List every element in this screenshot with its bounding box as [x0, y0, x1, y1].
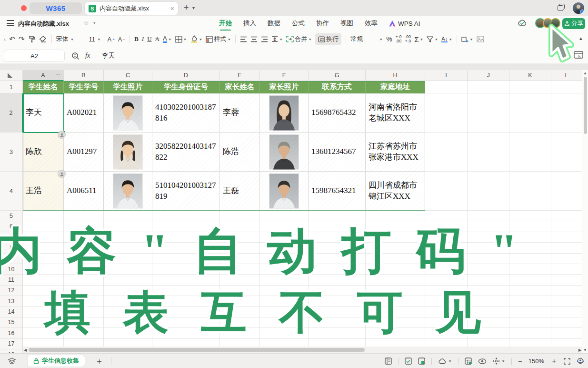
id-number-cell[interactable]: 410302201003187816 — [152, 93, 220, 133]
student-name-cell[interactable]: 陈欣 — [23, 133, 64, 172]
menu-item[interactable]: 插入 — [243, 17, 256, 30]
cloud-sync-button[interactable]: ▼ — [438, 358, 452, 365]
table-header-cell[interactable]: 家长照片 — [260, 81, 309, 93]
parent-name-cell[interactable]: 陈浩 — [220, 133, 260, 172]
parent-name-cell[interactable]: 李蓉 — [220, 93, 260, 133]
cell-styles-button[interactable]: 样式▼ — [206, 35, 231, 43]
close-window-button[interactable] — [21, 5, 27, 11]
horizontal-scroll-thumb[interactable] — [29, 348, 365, 352]
column-header-K[interactable]: K — [509, 70, 551, 81]
reading-view-icon[interactable] — [478, 358, 487, 364]
student-name-cell[interactable]: 王浩 — [23, 172, 64, 211]
table-header-cell[interactable]: 学生身份证号 — [152, 81, 220, 93]
zoom-in-button[interactable]: ＋ — [550, 357, 558, 366]
align-right-icon[interactable] — [261, 36, 268, 42]
address-cell[interactable]: 四川省成都市锦江区XXX — [366, 172, 425, 211]
increase-decimal-icon[interactable]: +.0.00 — [396, 35, 402, 43]
assistant-icon[interactable] — [577, 358, 584, 365]
menu-item[interactable]: 开始 — [219, 17, 232, 30]
row-header-12[interactable]: 12 — [0, 286, 23, 296]
phone-cell[interactable]: 15987654321 — [309, 172, 366, 211]
row-header-4[interactable]: 4 — [0, 172, 23, 211]
document-tab[interactable]: S 内容自动隐藏.xlsx × — [85, 2, 178, 15]
close-tab-icon[interactable]: × — [170, 5, 174, 12]
column-header-D[interactable]: D — [152, 70, 220, 81]
column-header-F[interactable]: F — [260, 70, 309, 81]
horizontal-scrollbar[interactable]: ◀ ▶ — [23, 347, 582, 353]
search-in-formula-icon[interactable] — [71, 52, 80, 60]
merge-cells-button[interactable]: 合并▼ — [286, 35, 312, 43]
column-header-E[interactable]: E — [220, 70, 260, 81]
side-panel-icon[interactable] — [385, 358, 392, 365]
bold-button[interactable]: B — [134, 35, 139, 43]
wps-ai-menu-item[interactable]: WPS AI — [389, 20, 420, 27]
row-header-17[interactable]: 17 — [0, 339, 23, 349]
cloud-saved-icon[interactable] — [518, 19, 527, 27]
decrease-decimal-icon[interactable]: .00+.0 — [405, 35, 411, 43]
align-left-icon[interactable] — [240, 36, 247, 42]
decrease-font-button[interactable]: A− — [118, 36, 125, 43]
borders-button[interactable]: ▼ — [175, 36, 187, 43]
selected-cell-A2[interactable] — [23, 93, 64, 133]
column-header-G[interactable]: G — [309, 70, 366, 81]
user-avatar[interactable] — [573, 2, 584, 14]
column-header-I[interactable]: I — [425, 70, 468, 81]
table-header-cell[interactable]: 学生照片 — [104, 81, 152, 93]
column-header-A[interactable]: A⋯ — [23, 70, 64, 81]
row-header-3[interactable]: 3 — [0, 133, 23, 172]
format-painter-icon[interactable] — [28, 35, 36, 43]
column-options-icon[interactable]: ⋯ — [55, 72, 61, 78]
favorite-star-icon[interactable]: ☆ — [83, 20, 89, 27]
row-header-13[interactable]: 13 — [0, 296, 23, 307]
id-number-cell[interactable]: 510104201003127819 — [152, 172, 220, 211]
title-chevron-icon[interactable]: ▾ — [93, 20, 96, 25]
sort-button[interactable]: A↓▼ — [441, 36, 452, 42]
new-tab-button[interactable]: + — [184, 3, 189, 13]
fill-color-button[interactable]: ▼ — [190, 35, 203, 43]
student-id-cell[interactable]: A002021 — [64, 93, 104, 133]
select-all-corner[interactable] — [0, 70, 23, 81]
page-layout-button[interactable]: ▼ — [493, 358, 505, 365]
insert-cells-button[interactable]: ▼ — [461, 36, 473, 43]
menu-item[interactable]: 数据 — [268, 17, 280, 30]
vertical-align-button[interactable]: ▼ — [271, 36, 283, 42]
phone-cell[interactable]: 15698765432 — [309, 93, 366, 133]
column-header-L[interactable]: L — [551, 70, 582, 81]
menu-item[interactable]: 协作 — [316, 17, 329, 30]
table-header-cell[interactable]: 联系方式 — [309, 81, 366, 93]
redo-button[interactable]: ↷ — [19, 35, 25, 43]
formula-bar-content[interactable]: 李天 — [102, 51, 115, 60]
align-center-icon[interactable] — [250, 36, 258, 42]
id-number-cell[interactable]: 320582201403147822 — [152, 133, 220, 172]
table-header-cell[interactable]: 学生学号 — [64, 81, 104, 93]
italic-button[interactable]: I — [142, 35, 144, 43]
protect-range-icon[interactable] — [418, 358, 425, 365]
table-header-cell[interactable]: 学生姓名 — [23, 81, 64, 93]
parent-name-cell[interactable]: 王磊 — [220, 172, 260, 211]
sheet-tab[interactable]: 学生信息收集 — [28, 355, 85, 367]
collapse-ribbon-icon[interactable]: ▲ — [578, 36, 583, 41]
phone-cell[interactable]: 13601234567 — [309, 133, 366, 172]
student-photo-cell[interactable] — [104, 93, 152, 133]
student-id-cell[interactable]: A001297 — [64, 133, 104, 172]
cell-name-box[interactable]: A2 — [4, 50, 65, 62]
wps-home-tab[interactable]: W365 — [30, 2, 82, 14]
address-cell[interactable]: 河南省洛阳市老城区XXX — [366, 93, 425, 133]
number-format-select[interactable]: 常规▼ — [350, 35, 383, 43]
table-header-cell[interactable]: 家庭地址 — [366, 81, 425, 93]
column-header-C[interactable]: C — [104, 70, 152, 81]
font-size-select[interactable]: 11▼ — [89, 36, 104, 43]
row-header-16[interactable]: 16 — [0, 328, 23, 338]
task-check-icon[interactable] — [405, 358, 412, 365]
parent-photo-cell[interactable] — [260, 93, 309, 133]
parent-photo-cell[interactable] — [260, 172, 309, 211]
toolbar-back-chevron-icon[interactable]: ‹ — [4, 36, 6, 43]
address-cell[interactable]: 江苏省苏州市张家港市XXX — [366, 133, 425, 172]
menu-item[interactable]: 公式 — [292, 17, 305, 30]
fullscreen-icon[interactable] — [564, 358, 570, 365]
picture-tool-icon[interactable] — [477, 36, 484, 42]
percent-style-button[interactable]: % — [386, 35, 392, 43]
column-header-B[interactable]: B — [64, 70, 104, 81]
vertical-scrollbar[interactable]: ▲ ▼ — [582, 70, 588, 353]
student-id-cell[interactable]: A006511 — [64, 172, 104, 211]
